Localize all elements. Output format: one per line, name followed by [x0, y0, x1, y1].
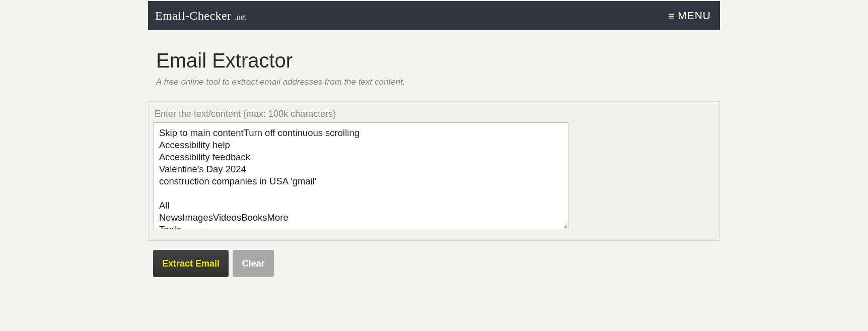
logo-suffix-text: .net — [235, 13, 247, 22]
main-container: Email Extractor A free online tool to ex… — [148, 30, 720, 277]
page-subtitle: A free online tool to extract email addr… — [156, 77, 720, 87]
menu-button[interactable]: ≡ MENU — [668, 10, 711, 22]
textarea-label: Enter the text/content (max: 100k charac… — [155, 109, 714, 119]
extract-email-button[interactable]: Extract Email — [153, 250, 229, 277]
button-row: Extract Email Clear — [153, 250, 720, 277]
page-title: Email Extractor — [156, 49, 720, 72]
page-head: Email Extractor A free online tool to ex… — [148, 30, 720, 101]
logo[interactable]: Email-Checker .net — [155, 9, 246, 23]
input-panel: Enter the text/content (max: 100k charac… — [148, 101, 720, 241]
hamburger-icon: ≡ — [668, 11, 675, 21]
logo-main-text: Email-Checker — [155, 9, 232, 23]
content-textarea[interactable] — [154, 122, 568, 229]
topbar: Email-Checker .net ≡ MENU — [148, 1, 720, 30]
menu-label: MENU — [678, 10, 711, 22]
clear-button[interactable]: Clear — [233, 250, 274, 277]
